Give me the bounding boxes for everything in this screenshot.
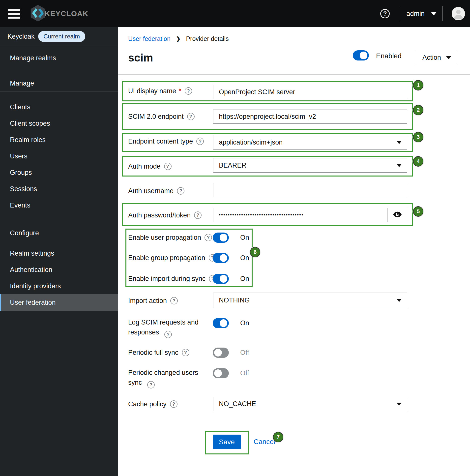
toggle-state: On [240,275,249,283]
help-icon[interactable]: ? [196,138,204,145]
periodic-changed-users-sync-toggle[interactable] [213,368,229,378]
chevron-down-icon [397,141,402,144]
help-icon[interactable]: ? [194,211,202,219]
configure-nav-list: Realm settings Authentication Identity p… [0,241,118,311]
save-button[interactable]: Save [213,435,241,449]
user-menu-label: admin [406,10,425,18]
enable-import-during-sync-toggle[interactable] [213,274,229,284]
log-scim-label: Log SCIM requests and responses ? [128,317,211,338]
enable-group-propagation-row: On [213,253,249,263]
chevron-down-icon [397,403,402,406]
auth-password-label: Auth password/token ? [128,210,202,220]
help-icon[interactable]: ? [380,9,390,18]
provider-enabled-toggle[interactable] [353,50,369,60]
help-icon[interactable]: ? [164,163,172,170]
keycloak-logo-icon [30,4,46,23]
annotation-badge-7: 7 [273,432,283,442]
user-menu-dropdown[interactable]: admin [400,6,443,21]
breadcrumb-user-federation-link[interactable]: User federation [128,35,171,42]
auth-username-label: Auth username ? [128,186,184,196]
provider-details-page: User federation ❯ Provider details scim … [118,27,470,476]
show-password-button[interactable] [387,208,407,222]
log-scim-row: On [213,318,249,328]
help-icon[interactable]: ? [147,381,155,388]
eye-icon [393,211,402,218]
brand-name: KEYCLOAK [45,9,88,18]
auth-password-input[interactable]: •••••••••••••••••••••••••••••••••••••• [213,208,387,222]
sidebar-item-manage-realms[interactable]: Manage realms [0,50,118,66]
toggle-state: Off [240,349,249,357]
sidebar-item-events[interactable]: Events [0,197,118,213]
sidebar-item-identity-providers[interactable]: Identity providers [0,278,118,294]
periodic-changed-users-sync-label: Periodic changed users sync ? [128,368,214,388]
endpoint-content-type-label: Endpoint content type ? [128,136,204,146]
scim-endpoint-input[interactable]: https://openproject.local/scim_v2 [213,109,407,124]
help-icon[interactable]: ? [187,113,195,120]
ui-display-name-label: UI display name * ? [128,86,192,96]
periodic-full-sync-label: Periodic full sync ? [128,348,189,357]
sidebar-item-authentication[interactable]: Authentication [0,262,118,278]
chevron-right-icon: ❯ [176,36,180,42]
chevron-down-icon [431,12,437,15]
auth-mode-select[interactable]: BEARER [213,158,407,173]
cancel-link[interactable]: Cancel [254,438,275,446]
enable-user-propagation-toggle[interactable] [213,233,229,243]
annotation-badge-2: 2 [413,105,423,115]
toggle-state: On [240,319,249,327]
cache-policy-select[interactable]: NO_CACHE [213,397,407,411]
masthead: KEYCLOAK ? admin [0,0,470,27]
chevron-down-icon [446,56,451,59]
auth-username-input[interactable] [213,183,407,197]
annotation-badge-6: 6 [250,247,260,257]
required-asterisk: * [179,86,181,96]
help-icon[interactable]: ? [164,331,172,338]
sidebar-item-sessions[interactable]: Sessions [0,181,118,197]
toggle-state: On [240,254,249,262]
sidebar-item-user-federation[interactable]: User federation [0,294,118,311]
annotation-badge-4: 4 [413,156,423,167]
annotation-badge-3: 3 [413,132,423,142]
import-action-label: Import action ? [128,296,178,306]
sidebar-item-users[interactable]: Users [0,148,118,164]
avatar[interactable] [452,7,465,20]
keycloak-logo[interactable]: KEYCLOAK [30,4,88,23]
page-title: scim [128,52,153,64]
endpoint-content-type-select[interactable]: application/scim+json [213,135,407,149]
help-icon[interactable]: ? [205,234,212,241]
auth-mode-label: Auth mode ? [128,161,172,171]
sidebar-item-groups[interactable]: Groups [0,164,118,181]
chevron-down-icon [397,164,402,167]
help-icon[interactable]: ? [170,400,177,408]
breadcrumb-current: Provider details [186,35,229,42]
sidebar-item-clients[interactable]: Clients [0,99,118,115]
toggle-state: On [240,234,249,241]
ui-display-name-input[interactable]: OpenProject SCIM server [213,85,407,99]
masthead-toolbar: ? admin [380,6,470,21]
sidebar-item-realm-settings[interactable]: Realm settings [0,245,118,262]
manage-nav-list: Clients Client scopes Realm roles Users … [0,91,118,213]
realm-name: Keycloak [7,33,35,40]
nav-group-configure: Configure [0,229,118,241]
realm-switcher[interactable]: Keycloak Current realm [0,27,118,46]
current-realm-badge[interactable]: Current realm [38,31,86,42]
sidebar-item-realm-roles[interactable]: Realm roles [0,132,118,148]
nav-toggle-hamburger-icon[interactable] [8,9,20,19]
keycloak-admin-console: { "masthead": { "brand": "KEYCLOAK", "us… [0,0,470,476]
action-label: Action [422,54,441,61]
import-action-select[interactable]: NOTHING [213,293,407,308]
action-dropdown[interactable]: Action [416,50,458,65]
divider [118,74,470,75]
help-icon[interactable]: ? [185,87,192,95]
log-scim-toggle[interactable] [213,318,229,328]
enabled-label: Enabled [376,52,402,60]
chevron-down-icon [397,299,402,302]
periodic-full-sync-toggle[interactable] [213,348,229,358]
help-icon[interactable]: ? [177,187,184,195]
sidebar-item-client-scopes[interactable]: Client scopes [0,115,118,132]
help-icon[interactable]: ? [182,349,189,356]
annotation-badge-1: 1 [413,80,423,90]
enable-group-propagation-toggle[interactable] [213,253,229,263]
help-icon[interactable]: ? [170,297,178,304]
cache-policy-label: Cache policy ? [128,399,177,409]
annotation-badge-5: 5 [413,206,423,217]
